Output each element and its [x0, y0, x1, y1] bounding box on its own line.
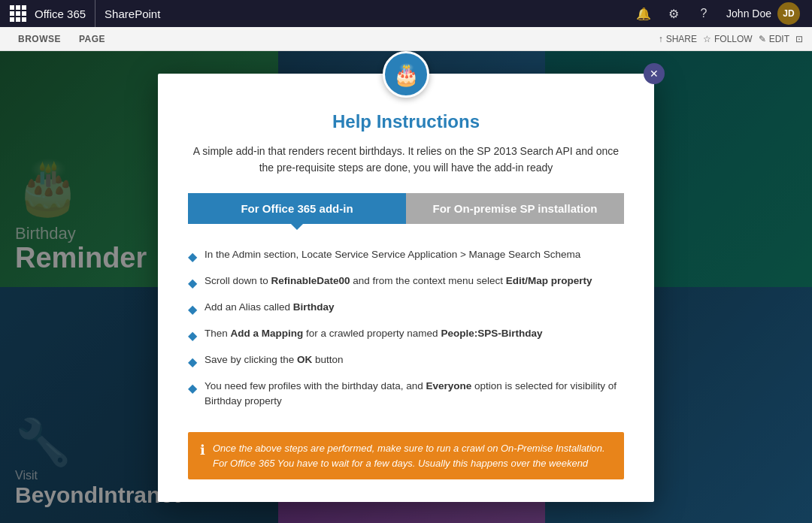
- settings-button[interactable]: ⚙: [660, 0, 687, 27]
- steps-list: ◆ In the Admin section, Locate Service S…: [188, 237, 624, 419]
- help-modal: 🎂 ✕ Help Instructions A simple add-in th…: [158, 74, 654, 502]
- bullet-icon-2: ◆: [188, 274, 197, 292]
- page-content: Version: Pro Date: December 12, 2018 S B…: [0, 51, 812, 523]
- share-button[interactable]: ↑ SHARE: [659, 34, 697, 44]
- tab-onpremise[interactable]: For On-premise SP installation: [406, 193, 624, 224]
- warning-text: Once the above steps are performed, make…: [213, 441, 612, 470]
- step-3-text: Add an Alias called Birthday: [205, 300, 335, 315]
- bullet-icon-1: ◆: [188, 248, 197, 266]
- app-name[interactable]: Office 365: [30, 0, 95, 27]
- bullet-icon-4: ◆: [188, 327, 197, 345]
- modal-title: Help Instructions: [188, 111, 624, 132]
- star-icon: ☆: [703, 34, 711, 44]
- notifications-button[interactable]: 🔔: [630, 0, 657, 27]
- edit-icon: ✎: [759, 34, 766, 44]
- avatar: JD: [777, 2, 800, 25]
- bullet-icon-5: ◆: [188, 353, 197, 371]
- waffle-icon: [10, 5, 26, 22]
- follow-button[interactable]: ☆ FOLLOW: [703, 34, 753, 44]
- step-4-text: Then Add a Mapping for a crawled propert…: [205, 326, 542, 341]
- focus-button[interactable]: ⊡: [795, 34, 803, 44]
- tab-office365[interactable]: For Office 365 add-in: [188, 193, 406, 224]
- bullet-icon-6: ◆: [188, 379, 197, 398]
- share-icon: ↑: [659, 34, 663, 44]
- help-button[interactable]: ?: [690, 0, 717, 27]
- modal-icon: 🎂: [383, 51, 429, 98]
- warning-box: ℹ Once the above steps are performed, ma…: [188, 432, 624, 479]
- modal-tabs: For Office 365 add-in For On-premise SP …: [188, 193, 624, 224]
- modal-overlay: 🎂 ✕ Help Instructions A simple add-in th…: [0, 51, 812, 523]
- step-1: ◆ In the Admin section, Locate Service S…: [188, 243, 624, 270]
- close-icon: ✕: [650, 68, 659, 79]
- bullet-icon-3: ◆: [188, 301, 197, 319]
- birthday-info-icon: 🎂: [393, 62, 420, 87]
- step-2-text: Scroll down to RefinableDate00 and from …: [205, 274, 592, 289]
- warning-icon: ℹ: [200, 442, 205, 458]
- user-menu[interactable]: John Doe JD: [720, 2, 806, 25]
- step-6: ◆ You need few profiles with the birthda…: [188, 375, 624, 413]
- browse-tab[interactable]: BROWSE: [9, 27, 70, 51]
- modal-body: Help Instructions A simple add-in that r…: [158, 74, 654, 502]
- step-4: ◆ Then Add a Mapping for a crawled prope…: [188, 322, 624, 349]
- waffle-menu-button[interactable]: [6, 0, 30, 27]
- step-5-text: Save by clicking the OK button: [205, 352, 344, 367]
- step-2: ◆ Scroll down to RefinableDate00 and fro…: [188, 270, 624, 296]
- sec-nav-right: ↑ SHARE ☆ FOLLOW ✎ EDIT ⊡: [659, 34, 803, 44]
- focus-icon: ⊡: [795, 34, 803, 44]
- secondary-navigation: BROWSE PAGE ↑ SHARE ☆ FOLLOW ✎ EDIT ⊡: [0, 27, 812, 51]
- step-1-text: In the Admin section, Locate Service Ser…: [205, 247, 580, 262]
- page-tab[interactable]: PAGE: [70, 27, 114, 51]
- user-name: John Doe: [726, 8, 771, 20]
- edit-button[interactable]: ✎ EDIT: [759, 34, 789, 44]
- section-name[interactable]: SharePoint: [95, 0, 169, 27]
- modal-close-button[interactable]: ✕: [644, 63, 665, 84]
- modal-description: A simple add-in that renders recent birt…: [188, 143, 624, 177]
- step-6-text: You need few profiles with the birthday …: [205, 379, 624, 410]
- step-5: ◆ Save by clicking the OK button: [188, 349, 624, 375]
- step-3: ◆ Add an Alias called Birthday: [188, 296, 624, 322]
- nav-right-actions: 🔔 ⚙ ? John Doe JD: [630, 0, 806, 27]
- top-navigation: Office 365 SharePoint 🔔 ⚙ ? John Doe JD: [0, 0, 812, 27]
